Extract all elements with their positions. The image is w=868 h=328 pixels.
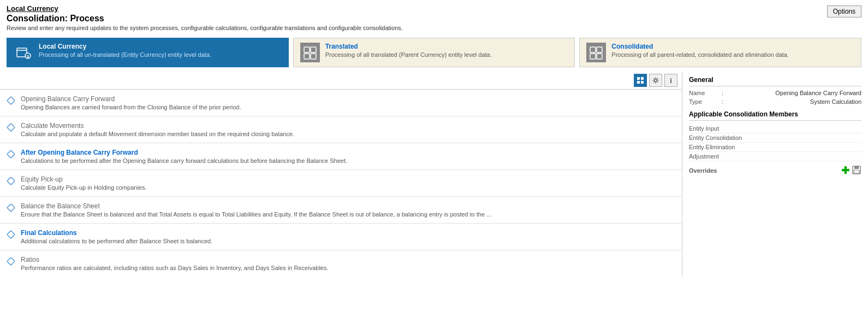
applicable-item-1: Entity Consolidation bbox=[689, 133, 861, 143]
card-consolidated-desc: Processing of all parent-related, consol… bbox=[611, 51, 854, 58]
process-content-3: Equity Pick-upCalculate Equity Pick-up i… bbox=[21, 175, 675, 191]
svg-rect-22 bbox=[7, 231, 15, 238]
general-section-title: General bbox=[689, 76, 861, 86]
right-panel: General Name : Opening Balance Carry For… bbox=[682, 72, 868, 277]
process-name-4: Balance the Balance Sheet bbox=[21, 202, 675, 210]
svg-rect-19 bbox=[7, 150, 15, 158]
card-local-currency-text: Local Currency Processing of all un-tran… bbox=[39, 43, 282, 58]
svg-rect-15 bbox=[641, 81, 644, 84]
process-item-4: Balance the Balance SheetEnsure that the… bbox=[0, 197, 682, 224]
process-name-5[interactable]: Final Calculations bbox=[21, 229, 675, 237]
consolidated-icon bbox=[586, 43, 606, 62]
card-translated[interactable]: Translated Processing of all translated … bbox=[293, 38, 575, 67]
applicable-section-title: Applicable Consolidation Members bbox=[689, 110, 861, 121]
card-local-currency-desc: Processing of all un-translated (Entity … bbox=[39, 51, 282, 58]
page-header: Local Currency Consolidation: Process Re… bbox=[0, 0, 868, 33]
process-item-5: Final CalculationsAdditional calculation… bbox=[0, 224, 682, 250]
page-description: Review and enter any required updates to… bbox=[7, 25, 861, 31]
applicable-item-3: Adjustment bbox=[689, 152, 861, 161]
process-item-0: Opening Balance Carry ForwardOpening Bal… bbox=[0, 90, 682, 116]
svg-rect-14 bbox=[637, 81, 640, 84]
process-content-0: Opening Balance Carry ForwardOpening Bal… bbox=[21, 95, 675, 110]
overrides-label: Overrides bbox=[689, 167, 717, 174]
applicable-item-0: Entity Input bbox=[689, 124, 861, 133]
type-field-row: Type : System Calculation bbox=[689, 98, 861, 105]
svg-rect-25 bbox=[854, 166, 859, 169]
translated-icon bbox=[300, 43, 320, 62]
svg-rect-17 bbox=[7, 97, 15, 104]
options-button[interactable]: Options bbox=[827, 5, 861, 17]
name-label: Name bbox=[689, 90, 722, 96]
svg-rect-4 bbox=[304, 47, 310, 52]
process-desc-5: Additional calculations to be performed … bbox=[21, 238, 675, 244]
card-consolidated-title: Consolidated bbox=[611, 43, 854, 50]
expand-button[interactable] bbox=[634, 74, 647, 87]
process-content-4: Balance the Balance SheetEnsure that the… bbox=[21, 202, 675, 218]
applicable-section: Applicable Consolidation Members Entity … bbox=[689, 110, 861, 161]
svg-rect-8 bbox=[590, 47, 596, 52]
process-content-5: Final CalculationsAdditional calculation… bbox=[21, 229, 675, 244]
process-desc-2: Calculations to be performed after the O… bbox=[21, 157, 675, 164]
overrides-row: Overrides ✚ bbox=[689, 165, 861, 177]
info-button[interactable]: i bbox=[664, 74, 677, 87]
name-value: Opening Balance Carry Forward bbox=[728, 90, 861, 96]
process-desc-4: Ensure that the Balance Sheet is balance… bbox=[21, 211, 675, 218]
cards-row: $ Local Currency Processing of all un-tr… bbox=[7, 38, 861, 67]
process-content-1: Calculate MovementsCalculate and populat… bbox=[21, 122, 675, 137]
process-name-text-3: Equity Pick-up bbox=[21, 175, 63, 183]
type-label: Type bbox=[689, 98, 722, 105]
process-list: Opening Balance Carry ForwardOpening Bal… bbox=[0, 90, 682, 277]
svg-rect-5 bbox=[311, 47, 316, 52]
left-panel: i Opening Balance Carry ForwardOpening B… bbox=[0, 72, 682, 277]
process-item-2: After Opening Balance Carry ForwardCalcu… bbox=[0, 143, 682, 170]
svg-text:$: $ bbox=[27, 54, 29, 59]
settings-button[interactable] bbox=[649, 74, 662, 87]
process-name-6: Ratios bbox=[21, 256, 675, 263]
svg-rect-13 bbox=[641, 77, 644, 80]
applicable-item-2: Entity Elimination bbox=[689, 143, 861, 152]
svg-point-16 bbox=[655, 79, 657, 82]
process-diamond-icon-5 bbox=[7, 230, 15, 239]
svg-rect-6 bbox=[304, 54, 310, 59]
process-name-1: Calculate Movements bbox=[21, 122, 675, 130]
process-item-3: Equity Pick-upCalculate Equity Pick-up i… bbox=[0, 170, 682, 197]
name-field-row: Name : Opening Balance Carry Forward bbox=[689, 90, 861, 96]
process-name-link-2[interactable]: After Opening Balance Carry Forward bbox=[21, 149, 138, 156]
process-diamond-icon-3 bbox=[7, 177, 15, 185]
svg-rect-7 bbox=[311, 54, 316, 59]
process-desc-1: Calculate and populate a default Movemen… bbox=[21, 131, 675, 137]
local-currency-icon: $ bbox=[14, 43, 33, 62]
process-name-text-4: Balance the Balance Sheet bbox=[21, 202, 100, 210]
overrides-buttons: ✚ bbox=[841, 165, 861, 177]
main-layout: i Opening Balance Carry ForwardOpening B… bbox=[0, 72, 868, 277]
card-translated-title: Translated bbox=[325, 43, 568, 50]
process-diamond-icon-1 bbox=[7, 123, 15, 132]
process-name-link-5[interactable]: Final Calculations bbox=[21, 229, 77, 237]
process-name-2[interactable]: After Opening Balance Carry Forward bbox=[21, 149, 675, 156]
process-diamond-icon-4 bbox=[7, 203, 15, 212]
process-name-3: Equity Pick-up bbox=[21, 175, 675, 183]
card-local-currency-title: Local Currency bbox=[39, 43, 282, 50]
svg-rect-9 bbox=[597, 47, 602, 52]
card-consolidated[interactable]: Consolidated Processing of all parent-re… bbox=[579, 38, 861, 67]
breadcrumb: Local Currency bbox=[7, 4, 861, 13]
process-name-text-6: Ratios bbox=[21, 256, 39, 263]
card-consolidated-text: Consolidated Processing of all parent-re… bbox=[611, 43, 854, 58]
card-local-currency[interactable]: $ Local Currency Processing of all un-tr… bbox=[7, 38, 289, 67]
toolbar-row: i bbox=[0, 72, 682, 90]
save-override-button[interactable] bbox=[852, 165, 861, 177]
process-desc-0: Opening Balances are carried forward fro… bbox=[21, 104, 675, 110]
process-content-2: After Opening Balance Carry ForwardCalcu… bbox=[21, 149, 675, 164]
svg-rect-26 bbox=[854, 170, 859, 173]
process-diamond-icon-2 bbox=[7, 150, 15, 159]
process-name-text-1: Calculate Movements bbox=[21, 122, 84, 130]
add-override-button[interactable]: ✚ bbox=[841, 165, 849, 177]
svg-rect-11 bbox=[597, 54, 602, 59]
page-title: Consolidation: Process bbox=[7, 14, 861, 24]
svg-rect-10 bbox=[590, 54, 596, 59]
svg-rect-21 bbox=[7, 204, 15, 212]
svg-rect-12 bbox=[637, 77, 640, 80]
svg-rect-23 bbox=[7, 257, 15, 265]
card-translated-text: Translated Processing of all translated … bbox=[325, 43, 568, 58]
process-name-0: Opening Balance Carry Forward bbox=[21, 95, 675, 103]
